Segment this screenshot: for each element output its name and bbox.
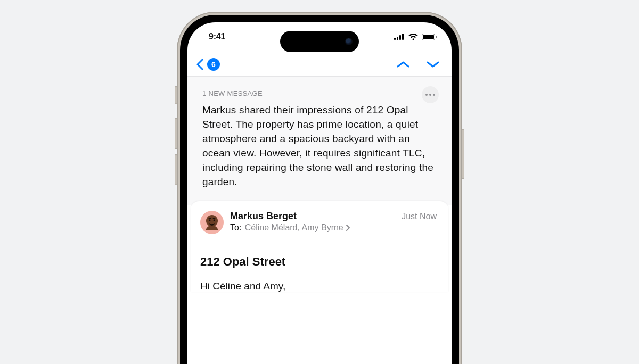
wifi-icon — [408, 34, 418, 40]
next-message-button[interactable] — [426, 61, 440, 68]
divider — [200, 243, 437, 243]
message-card: Markus Berget Just Now To: Céline Mélard… — [191, 201, 448, 292]
svg-point-7 — [206, 215, 218, 227]
status-icons — [394, 34, 437, 40]
svg-point-9 — [214, 219, 215, 221]
device-bezel: 9:41 — [180, 15, 459, 364]
svg-point-8 — [209, 219, 211, 221]
svg-rect-5 — [423, 35, 434, 39]
message-subject: 212 Opal Street — [200, 255, 437, 269]
summary-more-button[interactable] — [422, 86, 439, 103]
message-body-line: Hi Céline and Amy, — [200, 280, 437, 292]
unread-count-badge: 6 — [207, 58, 220, 71]
volume-up-button — [175, 118, 177, 149]
recipients-list: Céline Mélard, Amy Byrne — [242, 223, 343, 233]
sender-avatar[interactable] — [200, 211, 224, 234]
message-summary-card: 1 NEW MESSAGE Markus shared their impres… — [187, 77, 452, 205]
summary-header: 1 NEW MESSAGE — [202, 89, 437, 97]
battery-icon — [422, 34, 437, 40]
svg-rect-6 — [436, 36, 437, 38]
dynamic-island — [280, 31, 359, 52]
avatar-icon — [202, 213, 222, 232]
silence-switch — [175, 86, 177, 104]
prev-message-button[interactable] — [396, 61, 410, 68]
recipients-row[interactable]: To: Céline Mélard, Amy Byrne — [230, 223, 437, 233]
svg-rect-2 — [399, 35, 401, 40]
svg-rect-3 — [402, 34, 404, 40]
front-camera-icon — [345, 38, 353, 45]
volume-down-button — [175, 154, 177, 185]
back-button[interactable]: 6 — [196, 58, 220, 71]
svg-rect-1 — [397, 37, 398, 40]
screen: 9:41 — [187, 22, 452, 364]
svg-rect-0 — [394, 38, 396, 40]
chevron-right-icon — [346, 224, 350, 231]
message-header: Markus Berget Just Now To: Céline Mélard… — [200, 211, 437, 234]
message-timestamp: Just Now — [402, 212, 437, 221]
power-button — [462, 129, 464, 179]
to-label: To: — [230, 223, 241, 233]
status-time: 9:41 — [209, 32, 225, 42]
chevron-left-icon — [196, 59, 204, 70]
sender-name[interactable]: Markus Berget — [230, 211, 297, 222]
nav-bar: 6 — [187, 51, 452, 77]
iphone-device-frame: 9:41 — [177, 12, 462, 364]
cellular-icon — [394, 34, 405, 40]
summary-body: Markus shared their impressions of 212 O… — [202, 103, 437, 189]
nav-up-down — [396, 61, 440, 68]
